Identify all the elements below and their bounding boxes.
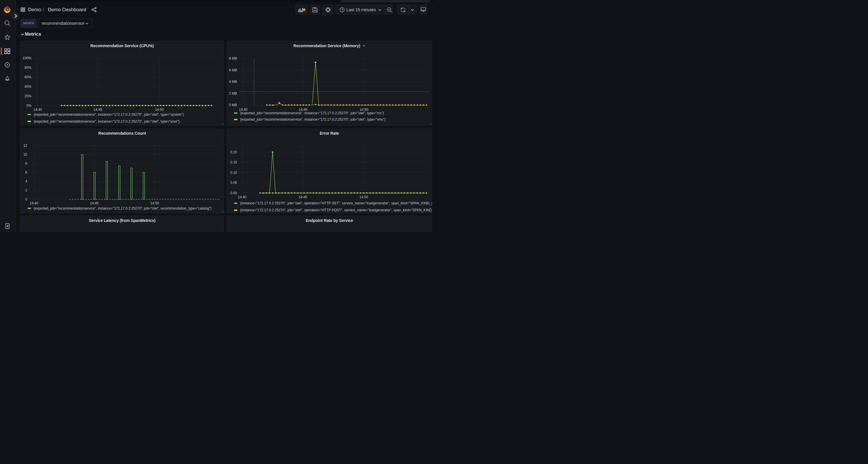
svg-text:0.20: 0.20 xyxy=(230,150,237,154)
svg-text:2 MB: 2 MB xyxy=(229,92,237,96)
svg-text:4 MB: 4 MB xyxy=(229,80,237,84)
svg-text:40%: 40% xyxy=(25,85,31,89)
svg-text:8 MB: 8 MB xyxy=(229,57,237,61)
svg-text:20%: 20% xyxy=(25,94,31,98)
svg-text:{exported_job="recommendations: {exported_job="recommendationservice", i… xyxy=(34,206,212,210)
svg-text:80%: 80% xyxy=(25,66,31,70)
svg-text:{instance="172.17.0.2:25270",: {instance="172.17.0.2:25270", job="otel"… xyxy=(240,201,432,205)
svg-text:100%: 100% xyxy=(23,56,31,60)
svg-text:0.15: 0.15 xyxy=(230,160,237,164)
svg-text:10: 10 xyxy=(23,152,27,156)
svg-text:0.10: 0.10 xyxy=(230,170,237,174)
svg-text:14:50: 14:50 xyxy=(359,195,368,199)
svg-text:14:40: 14:40 xyxy=(33,108,42,112)
svg-text:14:40: 14:40 xyxy=(30,201,38,205)
svg-text:14:50: 14:50 xyxy=(150,201,159,205)
svg-text:14:40: 14:40 xyxy=(238,195,246,199)
svg-text:8: 8 xyxy=(25,161,27,165)
svg-text:14:45: 14:45 xyxy=(298,195,307,199)
svg-text:0: 0 xyxy=(25,197,27,201)
svg-text:0 MB: 0 MB xyxy=(229,103,237,107)
svg-text:14:50: 14:50 xyxy=(155,108,163,112)
svg-text:0.00: 0.00 xyxy=(230,191,237,195)
svg-text:2: 2 xyxy=(25,188,27,192)
svg-text:14:45: 14:45 xyxy=(93,108,102,112)
svg-text:{exported_job="recommendations: {exported_job="recommendationservice", i… xyxy=(240,118,385,122)
svg-text:60%: 60% xyxy=(25,75,31,79)
svg-text:0%: 0% xyxy=(27,104,32,108)
svg-text:{exported_job="recommendations: {exported_job="recommendationservice", i… xyxy=(34,120,179,124)
svg-text:14:45: 14:45 xyxy=(90,201,98,205)
svg-text:6 MB: 6 MB xyxy=(229,68,237,72)
svg-text:{exported_job="recommendations: {exported_job="recommendationservice", i… xyxy=(34,112,184,117)
svg-text:12: 12 xyxy=(23,143,27,147)
svg-text:{exported_job="recommendations: {exported_job="recommendationservice", i… xyxy=(240,111,384,115)
svg-text:{instance="172.17.0.2:25270",: {instance="172.17.0.2:25270", job="otel"… xyxy=(240,208,432,212)
svg-text:4: 4 xyxy=(25,179,27,184)
svg-text:6: 6 xyxy=(25,170,27,174)
svg-text:0.05: 0.05 xyxy=(230,181,237,185)
